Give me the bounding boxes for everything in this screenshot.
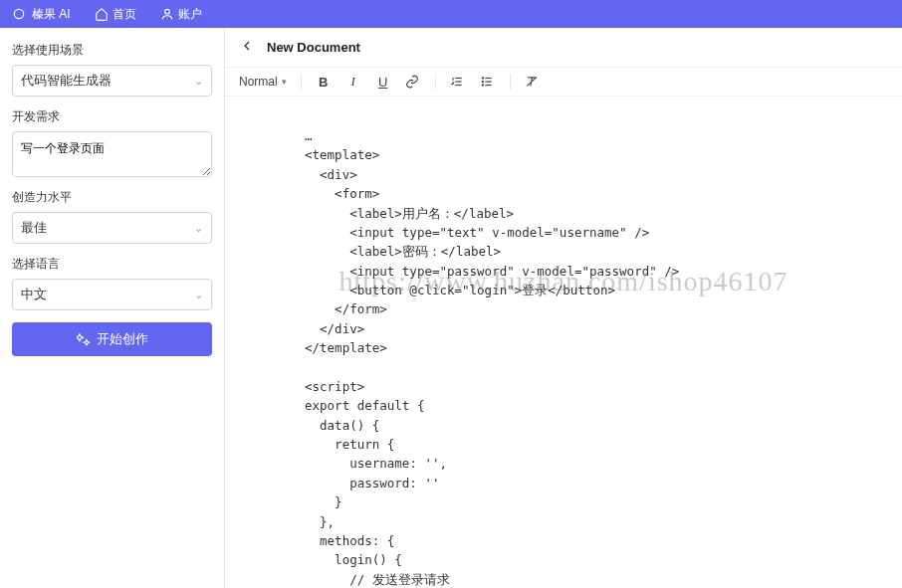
bold-button[interactable]: B	[316, 75, 332, 90]
toolbar-separator	[510, 74, 511, 90]
brand: 榛果 AI	[12, 6, 71, 23]
code-block: … <template> <div> <form> <label>用户名：</l…	[305, 126, 822, 588]
brand-text: 榛果 AI	[32, 6, 71, 23]
chevron-down-icon: ▾	[282, 77, 287, 87]
sidebar: 选择使用场景 代码智能生成器 ⌄ 开发需求 创造力水平 最佳 ⌄ 选择语言 中文…	[0, 28, 225, 588]
ordered-list-icon	[450, 75, 464, 89]
ordered-list-button[interactable]	[450, 75, 466, 89]
nav-home-label: 首页	[113, 6, 136, 23]
start-button-label: 开始创作	[97, 330, 148, 348]
nav-account-label: 账户	[178, 6, 202, 23]
toolbar-separator	[301, 74, 302, 90]
svg-point-9	[482, 81, 483, 82]
magic-icon	[77, 332, 91, 346]
clear-format-icon	[525, 75, 539, 89]
user-icon	[160, 7, 174, 21]
link-icon	[405, 75, 419, 89]
main: 选择使用场景 代码智能生成器 ⌄ 开发需求 创造力水平 最佳 ⌄ 选择语言 中文…	[0, 28, 902, 588]
unordered-list-icon	[480, 75, 494, 89]
svg-point-10	[482, 85, 483, 86]
format-select[interactable]: Normal ▾	[239, 75, 287, 89]
editor: New Document Normal ▾ B I U	[225, 28, 902, 588]
language-value: 中文	[21, 287, 47, 301]
nav-account[interactable]: 账户	[160, 6, 202, 23]
nav-home[interactable]: 首页	[95, 6, 136, 23]
scene-select[interactable]: 代码智能生成器 ⌄	[12, 65, 212, 97]
doc-title: New Document	[267, 40, 360, 55]
doc-header: New Document	[225, 28, 902, 68]
creativity-select[interactable]: 最佳 ⌄	[12, 212, 212, 244]
clear-format-button[interactable]	[525, 75, 541, 89]
scene-label: 选择使用场景	[12, 42, 212, 59]
topbar: 榛果 AI 首页 账户	[0, 0, 902, 28]
language-group: 选择语言 中文 ⌄	[12, 256, 212, 310]
toolbar-separator	[435, 74, 436, 90]
format-label: Normal	[239, 75, 278, 89]
requirement-group: 开发需求	[12, 108, 212, 177]
language-select[interactable]: 中文 ⌄	[12, 279, 212, 310]
chevron-down-icon: ⌄	[194, 289, 203, 301]
italic-button[interactable]: I	[345, 74, 361, 90]
toolbar: Normal ▾ B I U	[225, 68, 902, 97]
svg-point-1	[164, 9, 169, 14]
logo-icon	[12, 7, 26, 21]
scene-value: 代码智能生成器	[21, 73, 112, 88]
svg-point-8	[482, 78, 483, 79]
chevron-down-icon: ⌄	[194, 75, 203, 88]
underline-button[interactable]: U	[375, 75, 391, 90]
back-button[interactable]	[239, 38, 255, 57]
unordered-list-button[interactable]	[480, 75, 496, 89]
chevron-down-icon: ⌄	[194, 222, 203, 235]
scene-group: 选择使用场景 代码智能生成器 ⌄	[12, 42, 212, 97]
language-label: 选择语言	[12, 256, 212, 273]
creativity-group: 创造力水平 最佳 ⌄	[12, 189, 212, 244]
link-button[interactable]	[405, 75, 421, 89]
start-button[interactable]: 开始创作	[12, 322, 212, 356]
requirement-input[interactable]	[12, 131, 212, 177]
arrow-left-icon	[239, 38, 255, 54]
home-icon	[95, 7, 109, 21]
creativity-label: 创造力水平	[12, 189, 212, 206]
svg-point-0	[14, 9, 23, 18]
creativity-value: 最佳	[21, 220, 47, 235]
editor-content[interactable]: https://www.huzhan.com/ishop46107 … <tem…	[225, 97, 902, 588]
requirement-label: 开发需求	[12, 108, 212, 125]
